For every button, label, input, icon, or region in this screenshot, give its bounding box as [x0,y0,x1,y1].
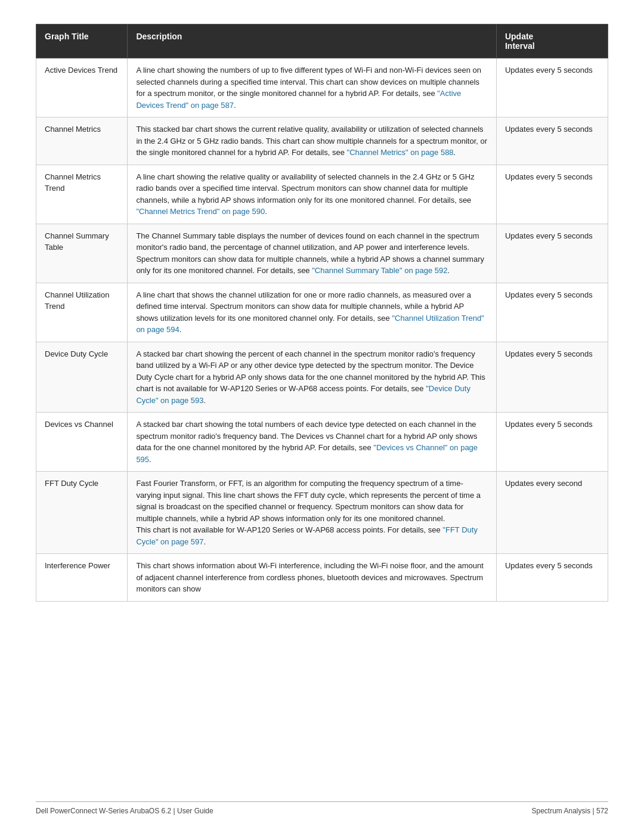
description-cell: The Channel Summary table displays the n… [128,224,497,283]
update-interval-cell: Updates every 5 seconds [496,165,608,224]
update-interval-cell: Updates every 5 seconds [496,554,608,602]
graph-title-cell: Channel Metrics [36,117,128,165]
description-link[interactable]: "Channel Summary Table" on page 592 [312,266,447,275]
description-cell: A stacked bar chart showing the percent … [128,342,497,413]
table-row: FFT Duty CycleFast Fourier Transform, or… [36,472,608,554]
update-interval-cell: Updates every 5 seconds [496,117,608,165]
table-row: Active Devices TrendA line chart showing… [36,58,608,117]
description-link[interactable]: "Devices vs Channel" on page 595 [136,443,478,464]
footer-right: Spectrum Analysis | 572 [531,807,608,815]
description-link[interactable]: "FFT Duty Cycle" on page 597 [136,525,478,546]
update-interval-cell: Updates every 5 seconds [496,58,608,117]
description-link[interactable]: "Channel Utilization Trend" on page 594 [136,314,484,335]
graph-title-cell: Active Devices Trend [36,58,128,117]
table-row: Channel Utilization TrendA line chart th… [36,283,608,342]
header-graph-title: Graph Title [36,24,128,58]
graph-title-cell: FFT Duty Cycle [36,472,128,554]
table-row: Channel MetricsThis stacked bar chart sh… [36,117,608,165]
description-link[interactable]: "Device Duty Cycle" on page 593 [136,384,470,405]
description-link[interactable]: "Channel Metrics Trend" on page 590 [136,207,265,216]
table-row: Devices vs ChannelA stacked bar chart sh… [36,413,608,472]
graph-title-cell: Channel Utilization Trend [36,283,128,342]
description-cell: A line chart showing the numbers of up t… [128,58,497,117]
header-description: Description [128,24,497,58]
table-row: Channel Metrics TrendA line chart showin… [36,165,608,224]
graph-title-cell: Channel Summary Table [36,224,128,283]
page-footer: Dell PowerConnect W-Series ArubaOS 6.2 |… [36,801,608,815]
description-link[interactable]: "Active Devices Trend" on page 587 [136,89,461,110]
description-cell: A line chart that shows the channel util… [128,283,497,342]
graph-title-cell: Devices vs Channel [36,413,128,472]
description-cell: A line chart showing the relative qualit… [128,165,497,224]
header-update-interval: UpdateInterval [496,24,608,58]
update-interval-cell: Updates every 5 seconds [496,342,608,413]
graph-title-cell: Device Duty Cycle [36,342,128,413]
footer-left: Dell PowerConnect W-Series ArubaOS 6.2 |… [36,807,213,815]
update-interval-cell: Updates every second [496,472,608,554]
table-row: Device Duty CycleA stacked bar chart sho… [36,342,608,413]
description-cell: A stacked bar chart showing the total nu… [128,413,497,472]
description-cell: Fast Fourier Transform, or FFT, is an al… [128,472,497,554]
update-interval-cell: Updates every 5 seconds [496,413,608,472]
update-interval-cell: Updates every 5 seconds [496,283,608,342]
table-row: Channel Summary TableThe Channel Summary… [36,224,608,283]
description-cell: This stacked bar chart shows the current… [128,117,497,165]
description-cell: This chart shows information about Wi-Fi… [128,554,497,602]
graph-title-cell: Interference Power [36,554,128,602]
update-interval-cell: Updates every 5 seconds [496,224,608,283]
graph-title-cell: Channel Metrics Trend [36,165,128,224]
main-table: Graph Title Description UpdateInterval A… [36,24,608,602]
table-row: Interference PowerThis chart shows infor… [36,554,608,602]
description-link[interactable]: "Channel Metrics" on page 588 [347,148,454,157]
